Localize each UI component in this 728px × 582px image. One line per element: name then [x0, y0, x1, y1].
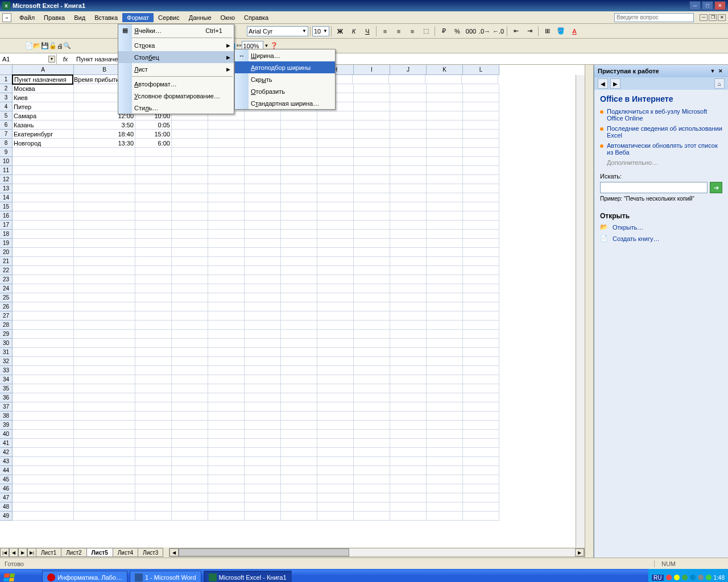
cell[interactable] [281, 302, 317, 311]
cell[interactable] [317, 302, 354, 311]
row-header[interactable]: 10 [0, 157, 13, 166]
cell[interactable] [281, 311, 317, 321]
cell[interactable] [281, 221, 317, 230]
cell[interactable] [245, 157, 281, 166]
cell[interactable] [425, 75, 462, 84]
cell[interactable] [208, 266, 245, 275]
cell[interactable] [208, 502, 245, 512]
cell[interactable] [208, 221, 245, 230]
cell[interactable] [281, 502, 317, 512]
cell[interactable] [354, 484, 390, 493]
cell[interactable] [463, 430, 499, 439]
cell[interactable] [172, 348, 208, 357]
row-header[interactable]: 18 [0, 230, 13, 239]
cell[interactable] [74, 421, 135, 430]
cell[interactable] [74, 466, 135, 475]
cell[interactable] [390, 266, 427, 275]
cell[interactable] [245, 393, 281, 402]
cell[interactable] [354, 139, 390, 148]
cell[interactable] [208, 448, 245, 457]
cell[interactable] [135, 311, 172, 321]
maximize-button[interactable]: □ [702, 1, 713, 10]
row-header[interactable]: 5 [0, 111, 13, 120]
cell[interactable] [427, 311, 463, 321]
cell[interactable] [208, 366, 245, 375]
cell[interactable] [427, 293, 463, 302]
sheet-tab[interactable]: Лист4 [113, 548, 138, 557]
cell[interactable] [245, 457, 281, 466]
cell[interactable] [208, 493, 245, 502]
cell[interactable] [427, 130, 463, 139]
cell[interactable] [317, 120, 354, 130]
cell[interactable] [317, 230, 354, 239]
create-workbook-link[interactable]: 📄 Создать книгу… [600, 235, 722, 243]
cell[interactable] [281, 257, 317, 266]
cell[interactable] [74, 512, 135, 521]
cell[interactable] [427, 148, 463, 157]
cell[interactable] [427, 421, 463, 430]
menu-insert[interactable]: Вставка [90, 13, 122, 22]
cell[interactable] [245, 130, 281, 139]
cell[interactable] [13, 157, 74, 166]
row-header[interactable]: 48 [0, 502, 13, 512]
cell[interactable] [74, 430, 135, 439]
cell[interactable] [135, 448, 172, 457]
cell[interactable] [245, 357, 281, 366]
cell[interactable] [463, 166, 499, 175]
cell[interactable] [317, 357, 354, 366]
cell[interactable] [354, 157, 390, 166]
cell[interactable] [354, 111, 390, 120]
cell[interactable] [427, 184, 463, 193]
cell[interactable] [74, 448, 135, 457]
cell[interactable] [427, 448, 463, 457]
cell[interactable] [74, 266, 135, 275]
cell[interactable] [245, 120, 281, 130]
cell[interactable] [245, 321, 281, 330]
row-header[interactable]: 7 [0, 130, 13, 139]
cell[interactable] [135, 257, 172, 266]
tray-icon[interactable] [706, 575, 712, 580]
cell[interactable] [172, 157, 208, 166]
row-header[interactable]: 34 [0, 375, 13, 384]
cell[interactable] [354, 184, 390, 193]
cell[interactable] [74, 348, 135, 357]
cell[interactable] [172, 166, 208, 175]
cell[interactable] [208, 275, 245, 284]
percent-button[interactable]: % [451, 25, 464, 38]
cell[interactable] [317, 484, 354, 493]
cell[interactable] [390, 384, 427, 393]
cell[interactable] [354, 211, 390, 221]
cell[interactable] [13, 402, 74, 411]
cell[interactable] [390, 475, 427, 484]
cell[interactable] [390, 366, 427, 375]
cell[interactable] [74, 502, 135, 512]
cell[interactable] [390, 321, 427, 330]
font-color-button[interactable]: A [568, 25, 581, 38]
cell[interactable] [172, 175, 208, 184]
cell[interactable] [245, 202, 281, 211]
cell[interactable] [281, 293, 317, 302]
cell[interactable] [390, 411, 427, 421]
cell[interactable] [317, 284, 354, 293]
cell[interactable] [463, 384, 499, 393]
menu-item-cells[interactable]: ▦ Ячейки… Ctrl+1 [118, 24, 234, 36]
font-size-select[interactable]: 10▼ [312, 26, 329, 36]
cell[interactable] [317, 411, 354, 421]
cell[interactable] [281, 202, 317, 211]
cell[interactable] [13, 502, 74, 512]
cell[interactable] [463, 411, 499, 421]
cell[interactable] [427, 502, 463, 512]
cell[interactable] [13, 230, 74, 239]
cell[interactable] [13, 193, 74, 202]
cell[interactable] [13, 384, 74, 393]
cell[interactable] [354, 275, 390, 284]
cell[interactable] [390, 175, 427, 184]
cell[interactable] [172, 393, 208, 402]
menu-item-style[interactable]: Стиль… [118, 102, 234, 114]
cell[interactable] [208, 184, 245, 193]
cell[interactable] [135, 330, 172, 339]
cell[interactable] [354, 457, 390, 466]
cell[interactable] [13, 239, 74, 248]
cell[interactable] [172, 439, 208, 448]
cell[interactable] [74, 330, 135, 339]
